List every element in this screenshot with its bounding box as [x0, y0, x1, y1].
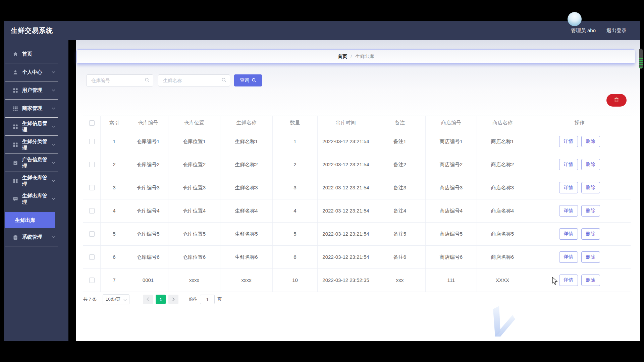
detail-button[interactable]: 详情	[559, 205, 578, 217]
detail-button[interactable]: 详情	[559, 275, 578, 286]
checkbox-cell	[83, 176, 101, 199]
cell-out-time: 2022-03-12 23:21:54	[318, 223, 374, 245]
cell-remark: 备注3	[374, 176, 426, 199]
goto-label: 前往	[189, 296, 197, 302]
column-header: 仓库位置	[168, 116, 220, 130]
search-icon	[252, 78, 256, 83]
cell-out-time: 2022-03-12 23:21:54	[318, 130, 374, 153]
cell-actions: 详情删除	[528, 223, 631, 245]
current-page-button[interactable]: 1	[156, 295, 166, 304]
clipboard-icon	[13, 160, 18, 166]
column-header: 备注	[374, 116, 426, 130]
search-button[interactable]: 查询	[234, 74, 262, 86]
warehouse-no-input[interactable]	[91, 77, 145, 83]
row-checkbox[interactable]	[89, 231, 95, 237]
cell-quantity: 5	[273, 223, 318, 245]
cell-shop-no: 商店编号2	[426, 153, 477, 176]
detail-button[interactable]: 详情	[559, 136, 578, 147]
column-header: 仓库编号	[128, 116, 168, 130]
sidebar-item[interactable]: 生鲜信息管理	[5, 118, 58, 136]
watermark-logo	[487, 305, 515, 337]
delete-button[interactable]: 删除	[581, 136, 600, 147]
detail-button[interactable]: 详情	[559, 228, 578, 240]
prev-page-button[interactable]	[143, 295, 153, 304]
cell-index: 4	[101, 199, 128, 222]
cell-remark: 备注1	[374, 130, 426, 153]
cell-actions: 详情删除	[528, 130, 631, 153]
sidebar-item-label: 用户管理	[22, 87, 42, 94]
cell-fresh-name: 生鲜名称5	[220, 223, 273, 245]
cell-shop-name: 商店名称6	[477, 246, 528, 268]
detail-button[interactable]: 详情	[559, 159, 578, 170]
cell-location: 仓库位置4	[168, 199, 220, 222]
sidebar-item-label: 生鲜信息管理	[22, 120, 52, 133]
checkbox-cell	[83, 153, 101, 176]
table-row: 4仓库编号4仓库位置4生鲜名称442022-03-12 23:21:54备注4商…	[83, 199, 631, 223]
sidebar-item[interactable]: 用户管理	[5, 81, 58, 100]
page-size-select[interactable]: 10条/页	[103, 294, 129, 304]
cell-quantity: 10	[273, 269, 318, 292]
cell-location: 仓库位置2	[168, 153, 220, 176]
delete-button[interactable]: 删除	[581, 275, 600, 286]
sidebar-item[interactable]: 商家管理	[5, 100, 58, 118]
detail-button[interactable]: 详情	[559, 251, 578, 263]
row-checkbox[interactable]	[89, 254, 95, 260]
cell-warehouse-no: 仓库编号5	[128, 223, 168, 245]
select-all-checkbox[interactable]	[89, 120, 95, 126]
sidebar-item[interactable]: 生鲜仓库管理	[5, 172, 58, 190]
column-header: 索引	[101, 116, 128, 130]
delete-button[interactable]: 删除	[581, 251, 600, 263]
breadcrumb-home[interactable]: 首页	[338, 54, 347, 60]
cell-quantity: 2	[273, 153, 318, 176]
fresh-name-input[interactable]	[162, 77, 221, 83]
cell-location: 仓库位置3	[168, 176, 220, 199]
sidebar-item[interactable]: 广告信息管理	[5, 154, 58, 172]
home-icon	[13, 52, 18, 57]
cell-quantity: 4	[273, 199, 318, 222]
row-checkbox[interactable]	[89, 278, 95, 283]
cell-location: 仓库位置6	[168, 246, 220, 268]
detail-button[interactable]: 详情	[559, 182, 578, 193]
delete-button[interactable]: 删除	[581, 228, 600, 240]
column-header: 数量	[273, 116, 318, 130]
logout-link[interactable]: 退出登录	[606, 27, 627, 34]
goto-page-input[interactable]	[200, 295, 215, 304]
column-header: 商店名称	[477, 116, 528, 130]
sidebar-item[interactable]: 系统管理	[5, 228, 58, 246]
chevron-down-icon	[52, 125, 55, 128]
top-navbar: 生鲜交易系统 管理员 abo 退出登录	[4, 21, 640, 40]
fresh-name-field	[158, 74, 230, 86]
chevron-down-icon	[52, 71, 55, 73]
delete-button[interactable]: 删除	[581, 205, 600, 217]
sidebar-item[interactable]: 个人中心	[5, 63, 58, 81]
cell-out-time: 2022-03-12 23:21:54	[318, 246, 374, 268]
page-unit-label: 页	[217, 296, 222, 302]
row-checkbox[interactable]	[89, 139, 95, 144]
row-checkbox[interactable]	[89, 162, 95, 167]
mouse-cursor	[552, 277, 558, 286]
delete-button[interactable]: 删除	[581, 159, 600, 170]
cell-fresh-name: 生鲜名称4	[220, 199, 273, 222]
row-checkbox[interactable]	[89, 208, 95, 214]
checkbox-cell	[83, 116, 101, 130]
sidebar-item[interactable]: 生鲜出库管理	[5, 190, 58, 208]
sidebar-subitem-active[interactable]: 生鲜出库	[5, 212, 55, 228]
table-header-row: 索引仓库编号仓库位置生鲜名称数量出库时间备注商店编号商店名称操作	[83, 116, 631, 130]
scrollbar-thumb[interactable]	[639, 49, 643, 69]
bulk-delete-button[interactable]	[606, 94, 627, 107]
chevron-down-icon	[123, 297, 127, 302]
sidebar-item-label: 生鲜分类管理	[22, 138, 52, 151]
search-button-label: 查询	[240, 77, 249, 83]
cell-warehouse-no: 仓库编号3	[128, 176, 168, 199]
avatar[interactable]	[568, 12, 582, 26]
sidebar-item[interactable]: 首页	[5, 45, 58, 63]
cell-shop-no: 商店编号4	[426, 199, 477, 222]
sidebar-item-label: 商家管理	[22, 105, 42, 112]
row-checkbox[interactable]	[89, 185, 95, 190]
sidebar-item[interactable]: 生鲜分类管理	[5, 136, 58, 154]
next-page-button[interactable]	[168, 295, 178, 304]
delete-button[interactable]: 删除	[581, 182, 600, 193]
cell-remark: 备注6	[374, 246, 426, 268]
cell-quantity: 1	[273, 130, 318, 153]
cell-shop-name: 商店名称3	[477, 176, 528, 199]
